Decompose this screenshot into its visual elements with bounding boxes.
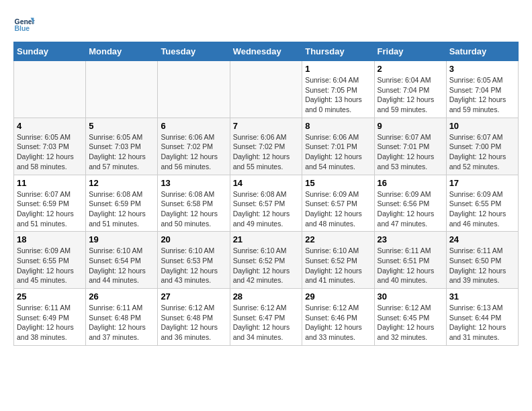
calendar-cell: 26Sunrise: 6:11 AM Sunset: 6:48 PM Dayli… bbox=[86, 289, 158, 346]
day-info: Sunrise: 6:11 AM Sunset: 6:50 PM Dayligh… bbox=[449, 246, 515, 285]
calendar-week-4: 18Sunrise: 6:09 AM Sunset: 6:55 PM Dayli… bbox=[14, 232, 519, 289]
calendar-cell: 7Sunrise: 6:06 AM Sunset: 7:02 PM Daylig… bbox=[230, 118, 302, 175]
calendar-cell: 10Sunrise: 6:07 AM Sunset: 7:00 PM Dayli… bbox=[446, 118, 518, 175]
day-number: 28 bbox=[233, 291, 300, 302]
calendar-cell: 30Sunrise: 6:12 AM Sunset: 6:45 PM Dayli… bbox=[374, 289, 446, 346]
day-number: 9 bbox=[378, 121, 443, 131]
day-number: 23 bbox=[378, 234, 443, 244]
day-info: Sunrise: 6:08 AM Sunset: 6:58 PM Dayligh… bbox=[161, 189, 226, 229]
day-info: Sunrise: 6:07 AM Sunset: 7:01 PM Dayligh… bbox=[378, 132, 443, 172]
day-number: 13 bbox=[161, 178, 226, 188]
day-number: 24 bbox=[449, 234, 515, 244]
day-number: 27 bbox=[161, 291, 226, 302]
day-number: 30 bbox=[378, 291, 443, 302]
svg-text:Blue: Blue bbox=[15, 25, 30, 32]
day-info: Sunrise: 6:12 AM Sunset: 6:46 PM Dayligh… bbox=[305, 303, 371, 342]
day-info: Sunrise: 6:11 AM Sunset: 6:51 PM Dayligh… bbox=[378, 246, 443, 285]
calendar-table: SundayMondayTuesdayWednesdayThursdayFrid… bbox=[13, 42, 519, 346]
day-info: Sunrise: 6:12 AM Sunset: 6:47 PM Dayligh… bbox=[233, 303, 300, 342]
day-number: 12 bbox=[89, 178, 154, 188]
calendar-cell: 15Sunrise: 6:09 AM Sunset: 6:57 PM Dayli… bbox=[302, 175, 374, 232]
day-info: Sunrise: 6:09 AM Sunset: 6:56 PM Dayligh… bbox=[378, 189, 443, 229]
col-header-friday: Friday bbox=[374, 42, 446, 61]
day-info: Sunrise: 6:10 AM Sunset: 6:52 PM Dayligh… bbox=[305, 246, 371, 285]
day-number: 16 bbox=[378, 178, 443, 188]
calendar-cell: 22Sunrise: 6:10 AM Sunset: 6:52 PM Dayli… bbox=[302, 232, 374, 289]
calendar-cell: 17Sunrise: 6:09 AM Sunset: 6:55 PM Dayli… bbox=[446, 175, 518, 232]
day-number: 14 bbox=[233, 178, 300, 188]
calendar-cell: 3Sunrise: 6:05 AM Sunset: 7:04 PM Daylig… bbox=[446, 61, 518, 118]
day-info: Sunrise: 6:05 AM Sunset: 7:03 PM Dayligh… bbox=[17, 132, 83, 172]
day-info: Sunrise: 6:12 AM Sunset: 6:45 PM Dayligh… bbox=[378, 303, 443, 342]
day-number: 29 bbox=[305, 291, 371, 302]
day-info: Sunrise: 6:04 AM Sunset: 7:05 PM Dayligh… bbox=[305, 75, 371, 115]
calendar-cell: 2Sunrise: 6:04 AM Sunset: 7:04 PM Daylig… bbox=[374, 61, 446, 118]
day-number: 8 bbox=[305, 121, 371, 131]
day-info: Sunrise: 6:06 AM Sunset: 7:01 PM Dayligh… bbox=[305, 132, 371, 172]
day-info: Sunrise: 6:07 AM Sunset: 7:00 PM Dayligh… bbox=[449, 132, 515, 172]
calendar-cell: 14Sunrise: 6:08 AM Sunset: 6:57 PM Dayli… bbox=[230, 175, 302, 232]
day-info: Sunrise: 6:09 AM Sunset: 6:55 PM Dayligh… bbox=[17, 246, 83, 285]
logo-icon: General Blue bbox=[13, 13, 35, 35]
calendar-cell: 12Sunrise: 6:08 AM Sunset: 6:59 PM Dayli… bbox=[86, 175, 158, 232]
col-header-tuesday: Tuesday bbox=[158, 42, 230, 61]
day-info: Sunrise: 6:10 AM Sunset: 6:54 PM Dayligh… bbox=[89, 246, 154, 285]
calendar-cell: 29Sunrise: 6:12 AM Sunset: 6:46 PM Dayli… bbox=[302, 289, 374, 346]
day-info: Sunrise: 6:08 AM Sunset: 6:57 PM Dayligh… bbox=[233, 189, 300, 229]
calendar-cell: 11Sunrise: 6:07 AM Sunset: 6:59 PM Dayli… bbox=[14, 175, 86, 232]
day-number: 26 bbox=[89, 291, 154, 302]
calendar-week-1: 1Sunrise: 6:04 AM Sunset: 7:05 PM Daylig… bbox=[14, 61, 519, 118]
day-info: Sunrise: 6:05 AM Sunset: 7:04 PM Dayligh… bbox=[449, 75, 515, 115]
day-number: 4 bbox=[17, 121, 83, 131]
day-info: Sunrise: 6:10 AM Sunset: 6:52 PM Dayligh… bbox=[233, 246, 300, 285]
calendar-week-2: 4Sunrise: 6:05 AM Sunset: 7:03 PM Daylig… bbox=[14, 118, 519, 175]
calendar-cell: 9Sunrise: 6:07 AM Sunset: 7:01 PM Daylig… bbox=[374, 118, 446, 175]
day-info: Sunrise: 6:07 AM Sunset: 6:59 PM Dayligh… bbox=[17, 189, 83, 229]
day-number: 7 bbox=[233, 121, 300, 131]
col-header-wednesday: Wednesday bbox=[230, 42, 302, 61]
page-header: General Blue bbox=[13, 13, 519, 35]
day-number: 15 bbox=[305, 178, 371, 188]
day-info: Sunrise: 6:12 AM Sunset: 6:48 PM Dayligh… bbox=[161, 303, 226, 342]
calendar-cell: 28Sunrise: 6:12 AM Sunset: 6:47 PM Dayli… bbox=[230, 289, 302, 346]
day-number: 25 bbox=[17, 291, 83, 302]
col-header-thursday: Thursday bbox=[302, 42, 374, 61]
day-info: Sunrise: 6:04 AM Sunset: 7:04 PM Dayligh… bbox=[378, 75, 443, 115]
day-number: 19 bbox=[89, 234, 154, 244]
col-header-saturday: Saturday bbox=[446, 42, 518, 61]
day-info: Sunrise: 6:10 AM Sunset: 6:53 PM Dayligh… bbox=[161, 246, 226, 285]
calendar-week-3: 11Sunrise: 6:07 AM Sunset: 6:59 PM Dayli… bbox=[14, 175, 519, 232]
calendar-cell: 21Sunrise: 6:10 AM Sunset: 6:52 PM Dayli… bbox=[230, 232, 302, 289]
col-header-sunday: Sunday bbox=[14, 42, 86, 61]
day-number: 20 bbox=[161, 234, 226, 244]
logo: General Blue bbox=[13, 13, 35, 35]
day-number: 2 bbox=[378, 64, 443, 74]
calendar-cell: 16Sunrise: 6:09 AM Sunset: 6:56 PM Dayli… bbox=[374, 175, 446, 232]
calendar-cell bbox=[86, 61, 158, 118]
day-number: 3 bbox=[449, 64, 515, 74]
calendar-cell: 5Sunrise: 6:05 AM Sunset: 7:03 PM Daylig… bbox=[86, 118, 158, 175]
calendar-cell: 4Sunrise: 6:05 AM Sunset: 7:03 PM Daylig… bbox=[14, 118, 86, 175]
calendar-cell: 23Sunrise: 6:11 AM Sunset: 6:51 PM Dayli… bbox=[374, 232, 446, 289]
day-number: 21 bbox=[233, 234, 300, 244]
calendar-cell: 20Sunrise: 6:10 AM Sunset: 6:53 PM Dayli… bbox=[158, 232, 230, 289]
day-info: Sunrise: 6:06 AM Sunset: 7:02 PM Dayligh… bbox=[233, 132, 300, 172]
day-info: Sunrise: 6:11 AM Sunset: 6:49 PM Dayligh… bbox=[17, 303, 83, 342]
calendar-cell: 13Sunrise: 6:08 AM Sunset: 6:58 PM Dayli… bbox=[158, 175, 230, 232]
day-info: Sunrise: 6:11 AM Sunset: 6:48 PM Dayligh… bbox=[89, 303, 154, 342]
calendar-cell: 8Sunrise: 6:06 AM Sunset: 7:01 PM Daylig… bbox=[302, 118, 374, 175]
calendar-week-5: 25Sunrise: 6:11 AM Sunset: 6:49 PM Dayli… bbox=[14, 289, 519, 346]
day-number: 11 bbox=[17, 178, 83, 188]
calendar-cell: 25Sunrise: 6:11 AM Sunset: 6:49 PM Dayli… bbox=[14, 289, 86, 346]
calendar-cell: 31Sunrise: 6:13 AM Sunset: 6:44 PM Dayli… bbox=[446, 289, 518, 346]
calendar-cell: 19Sunrise: 6:10 AM Sunset: 6:54 PM Dayli… bbox=[86, 232, 158, 289]
day-info: Sunrise: 6:08 AM Sunset: 6:59 PM Dayligh… bbox=[89, 189, 154, 229]
day-number: 6 bbox=[161, 121, 226, 131]
calendar-cell bbox=[14, 61, 86, 118]
day-number: 31 bbox=[449, 291, 515, 302]
day-info: Sunrise: 6:13 AM Sunset: 6:44 PM Dayligh… bbox=[449, 303, 515, 342]
day-info: Sunrise: 6:09 AM Sunset: 6:57 PM Dayligh… bbox=[305, 189, 371, 229]
day-info: Sunrise: 6:09 AM Sunset: 6:55 PM Dayligh… bbox=[449, 189, 515, 229]
calendar-cell: 27Sunrise: 6:12 AM Sunset: 6:48 PM Dayli… bbox=[158, 289, 230, 346]
day-number: 5 bbox=[89, 121, 154, 131]
